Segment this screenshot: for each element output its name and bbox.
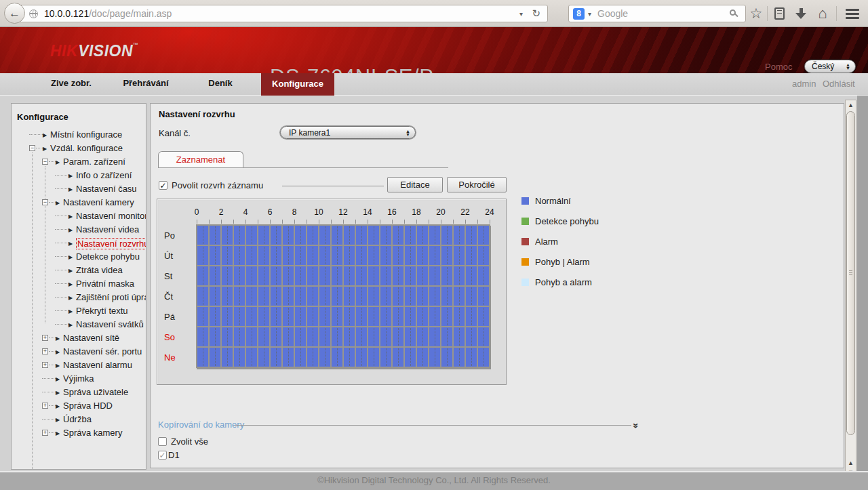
scroll-up-icon[interactable]: ▲ — [846, 102, 856, 108]
sidebar-item-nastaven-sv-tk[interactable]: ▶Nastavení svátků — [12, 318, 146, 331]
schedule-cell[interactable] — [417, 266, 428, 285]
schedule-cell[interactable] — [356, 348, 367, 367]
schedule-cell[interactable] — [295, 307, 306, 326]
schedule-cell[interactable] — [197, 246, 208, 265]
back-button[interactable]: ← — [4, 3, 25, 24]
schedule-cell[interactable] — [344, 348, 355, 367]
schedule-cell[interactable] — [454, 266, 465, 285]
schedule-cell[interactable] — [429, 266, 440, 285]
schedule-cell[interactable] — [258, 287, 269, 306]
schedule-cell[interactable] — [344, 327, 355, 346]
schedule-cell[interactable] — [332, 226, 342, 245]
sidebar-item-nastaven-s-r-portu[interactable]: +▶Nastavení sér. portu — [12, 345, 146, 359]
sidebar-item-nastaven-alarmu[interactable]: +▶Nastavení alarmu — [12, 359, 146, 372]
schedule-cell[interactable] — [283, 246, 294, 265]
schedule-cell[interactable] — [246, 246, 257, 265]
schedule-cell[interactable] — [234, 287, 245, 306]
google-engine-icon[interactable]: 8 — [573, 8, 585, 20]
schedule-cell[interactable] — [380, 327, 391, 346]
schedule-cell[interactable] — [393, 327, 403, 346]
schedule-cell[interactable] — [307, 307, 318, 326]
sidebar-item-zaji-t-n-proti-prav-m[interactable]: ▶Zajištění proti úpravám — [12, 291, 146, 304]
schedule-cell[interactable] — [246, 266, 257, 285]
schedule-cell[interactable] — [417, 226, 428, 245]
sidebar-item-detekce-pohybu[interactable]: ▶Detekce pohybu — [12, 250, 146, 264]
schedule-cell[interactable] — [258, 307, 269, 326]
schedule-cell[interactable] — [234, 307, 245, 326]
schedule-cell[interactable] — [197, 307, 208, 326]
schedule-cell[interactable] — [417, 307, 428, 326]
schedule-cell[interactable] — [380, 287, 391, 306]
schedule-cell[interactable] — [417, 327, 428, 346]
schedule-cell[interactable] — [441, 246, 452, 265]
schedule-cell[interactable] — [246, 348, 257, 367]
schedule-cell[interactable] — [478, 327, 489, 346]
sidebar-item-dr-ba[interactable]: ▶Údržba — [12, 413, 146, 426]
schedule-cell[interactable] — [222, 307, 233, 326]
search-icon[interactable] — [730, 9, 736, 16]
enable-schedule-checkbox[interactable]: ✓ — [159, 181, 167, 190]
schedule-cell[interactable] — [319, 226, 330, 245]
select-all-checkbox[interactable] — [158, 437, 167, 446]
schedule-cell[interactable] — [319, 266, 330, 285]
schedule-cell[interactable] — [283, 226, 294, 245]
schedule-cell[interactable] — [441, 226, 452, 245]
schedule-cell[interactable] — [332, 266, 342, 285]
schedule-cell[interactable] — [210, 226, 220, 245]
schedule-cell[interactable] — [368, 266, 379, 285]
schedule-cell[interactable] — [417, 287, 428, 306]
schedule-cell[interactable] — [393, 246, 403, 265]
schedule-cell[interactable] — [478, 287, 489, 306]
schedule-cell[interactable] — [234, 246, 245, 265]
schedule-grid[interactable] — [196, 224, 490, 368]
schedule-cell[interactable] — [368, 307, 379, 326]
sidebar-item-nastaven-rozvrhu[interactable]: ▶Nastavení rozvrhu — [12, 237, 146, 250]
schedule-cell[interactable] — [380, 226, 391, 245]
schedule-cell[interactable] — [307, 246, 318, 265]
schedule-cell[interactable] — [283, 287, 294, 306]
schedule-cell[interactable] — [319, 307, 330, 326]
home-icon[interactable]: ⌂ — [812, 0, 833, 27]
schedule-cell[interactable] — [295, 327, 306, 346]
schedule-cell[interactable] — [332, 287, 342, 306]
schedule-cell[interactable] — [307, 226, 318, 245]
expand-plus-icon[interactable]: + — [42, 335, 48, 341]
help-link[interactable]: Pomoc — [765, 62, 792, 72]
sidebar-item-v-jimka[interactable]: ▶Výjimka — [12, 372, 146, 386]
schedule-cell[interactable] — [332, 348, 342, 367]
schedule-cell[interactable] — [344, 287, 355, 306]
sidebar-item-nastaven-videa[interactable]: ▶Nastavení videa — [12, 223, 146, 237]
schedule-cell[interactable] — [234, 327, 245, 346]
schedule-cell[interactable] — [454, 307, 465, 326]
schedule-cell[interactable] — [197, 327, 208, 346]
schedule-cell[interactable] — [234, 226, 245, 245]
schedule-cell[interactable] — [454, 287, 465, 306]
schedule-cell[interactable] — [405, 287, 416, 306]
sidebar-item-spr-va-u-ivatele[interactable]: ▶Správa uživatele — [12, 386, 146, 399]
schedule-cell[interactable] — [246, 287, 257, 306]
schedule-cell[interactable] — [454, 348, 465, 367]
schedule-cell[interactable] — [393, 287, 403, 306]
scrollbar-thumb[interactable] — [846, 111, 855, 435]
schedule-cell[interactable] — [344, 246, 355, 265]
channel-select[interactable]: IP kamera1 ▲▼ — [280, 126, 416, 139]
schedule-cell[interactable] — [478, 266, 489, 285]
schedule-cell[interactable] — [210, 348, 220, 367]
schedule-cell[interactable] — [210, 287, 220, 306]
schedule-cell[interactable] — [271, 287, 281, 306]
tab-record[interactable]: Zaznamenat — [158, 151, 243, 168]
search-box[interactable]: 8 ▾ Google — [568, 5, 746, 22]
schedule-cell[interactable] — [295, 246, 306, 265]
language-select[interactable]: Český ▲▼ — [804, 60, 856, 73]
schedule-cell[interactable] — [210, 307, 220, 326]
schedule-cell[interactable] — [271, 327, 281, 346]
schedule-cell[interactable] — [441, 327, 452, 346]
schedule-cell[interactable] — [332, 246, 342, 265]
schedule-cell[interactable] — [356, 327, 367, 346]
schedule-cell[interactable] — [478, 226, 489, 245]
schedule-cell[interactable] — [246, 327, 257, 346]
address-bar[interactable]: 10.0.0.121/doc/page/main.asp ▾ ↻ — [19, 5, 548, 22]
schedule-cell[interactable] — [393, 226, 403, 245]
schedule-cell[interactable] — [429, 287, 440, 306]
schedule-cell[interactable] — [197, 266, 208, 285]
